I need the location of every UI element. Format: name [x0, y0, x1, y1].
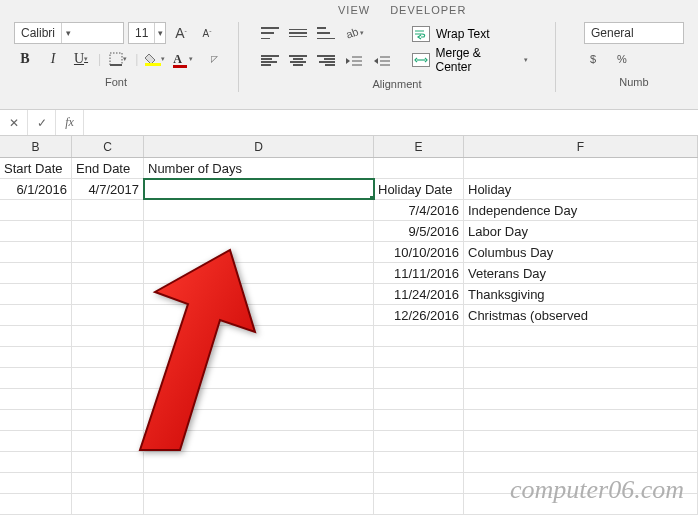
cell[interactable]: Start Date — [0, 158, 72, 178]
font-group-label: Font — [105, 76, 127, 88]
formula-input[interactable] — [84, 110, 698, 135]
font-color-button[interactable]: A ▾ — [172, 48, 194, 70]
italic-button[interactable]: I — [42, 48, 64, 70]
svg-rect-2 — [145, 63, 161, 66]
merge-icon — [412, 53, 430, 67]
cell[interactable]: Veterans Day — [464, 263, 698, 283]
grid-rows: Start Date End Date Number of Days 6/1/2… — [0, 158, 698, 515]
table-row: 11/24/2016 Thanksgiving — [0, 284, 698, 305]
align-left-button[interactable] — [259, 50, 281, 72]
col-header-C[interactable]: C — [72, 136, 144, 157]
bold-button[interactable]: B — [14, 48, 36, 70]
cell[interactable]: Labor Day — [464, 221, 698, 241]
increase-indent-button[interactable] — [371, 50, 393, 72]
underline-button[interactable]: U▾ — [70, 48, 92, 70]
orientation-button[interactable]: ab▾ — [343, 22, 365, 44]
group-divider — [555, 22, 556, 92]
table-row: 7/4/2016 Independence Day — [0, 200, 698, 221]
cell[interactable]: 9/5/2016 — [374, 221, 464, 241]
cell[interactable] — [72, 200, 144, 220]
cell[interactable]: 12/26/2016 — [374, 305, 464, 325]
cell[interactable]: Independence Day — [464, 200, 698, 220]
font-group: Calibri ▾ 11 ▾ Aˆ Aˇ B I — [8, 20, 224, 92]
insert-function-button[interactable]: fx — [56, 110, 84, 135]
table-row: Start Date End Date Number of Days — [0, 158, 698, 179]
align-center-button[interactable] — [287, 50, 309, 72]
cell[interactable]: End Date — [72, 158, 144, 178]
cell[interactable]: 10/10/2016 — [374, 242, 464, 262]
chevron-down-icon: ▾ — [61, 23, 75, 43]
cell[interactable]: 11/24/2016 — [374, 284, 464, 304]
col-header-E[interactable]: E — [374, 136, 464, 157]
alignment-group-label: Alignment — [373, 78, 422, 90]
table-row: 12/26/2016 Christmas (observed — [0, 305, 698, 326]
cell[interactable] — [374, 158, 464, 178]
alignment-group: ab▾ Wrap Text — [253, 20, 541, 92]
fill-color-button[interactable]: ▾ — [144, 48, 166, 70]
font-dialog-launcher-icon[interactable]: ◸ — [211, 54, 218, 64]
ribbon-tabs-partial: VIEW DEVELOPER — [8, 4, 690, 20]
selected-cell[interactable] — [144, 179, 374, 199]
cell[interactable]: 6/1/2016 — [0, 179, 72, 199]
decrease-indent-button[interactable] — [343, 50, 365, 72]
cell[interactable]: Holiday — [464, 179, 698, 199]
wrap-text-button[interactable]: Wrap Text — [405, 22, 535, 46]
number-format-value: General — [585, 26, 640, 40]
cell[interactable]: 7/4/2016 — [374, 200, 464, 220]
decrease-font-button[interactable]: Aˇ — [196, 22, 218, 44]
cell[interactable]: Number of Days — [144, 158, 374, 178]
watermark: computer06.com — [510, 475, 684, 505]
worksheet-grid: B C D E F Start Date End Date Number of … — [0, 136, 698, 515]
cell[interactable] — [464, 158, 698, 178]
svg-text:ab: ab — [344, 25, 360, 40]
group-divider — [238, 22, 239, 92]
align-right-button[interactable] — [315, 50, 337, 72]
cell[interactable] — [0, 200, 72, 220]
border-button[interactable]: ▾ — [107, 48, 129, 70]
col-header-D[interactable]: D — [144, 136, 374, 157]
table-row: 9/5/2016 Labor Day — [0, 221, 698, 242]
accounting-button[interactable]: $ — [584, 48, 606, 70]
cell[interactable]: Holiday Date — [374, 179, 464, 199]
formula-bar: ✕ ✓ fx — [0, 110, 698, 136]
table-row: 6/1/2016 4/7/2017 Holiday Date Holiday — [0, 179, 698, 200]
cell[interactable]: 4/7/2017 — [72, 179, 144, 199]
cell[interactable] — [144, 200, 374, 220]
number-format-combo[interactable]: General — [584, 22, 684, 44]
tab-view[interactable]: VIEW — [338, 4, 370, 16]
svg-text:$: $ — [590, 53, 596, 65]
font-name-value: Calibri — [15, 26, 61, 40]
align-top-button[interactable] — [259, 22, 281, 44]
wrap-text-icon — [412, 26, 430, 42]
cell[interactable]: Christmas (observed — [464, 305, 698, 325]
cell[interactable]: Columbus Day — [464, 242, 698, 262]
enter-formula-button[interactable]: ✓ — [28, 110, 56, 135]
column-headers: B C D E F — [0, 136, 698, 158]
merge-center-label: Merge & Center — [436, 46, 518, 74]
svg-text:%: % — [617, 53, 627, 65]
font-size-combo[interactable]: 11 ▾ — [128, 22, 166, 44]
wrap-text-label: Wrap Text — [436, 27, 490, 41]
align-middle-button[interactable] — [287, 22, 309, 44]
fill-handle[interactable] — [370, 196, 374, 199]
number-group: General $ % Numb — [578, 20, 690, 92]
col-header-F[interactable]: F — [464, 136, 698, 157]
cell[interactable]: Thanksgiving — [464, 284, 698, 304]
table-row: 10/10/2016 Columbus Day — [0, 242, 698, 263]
font-size-value: 11 — [129, 26, 154, 40]
cell[interactable]: 11/11/2016 — [374, 263, 464, 283]
chevron-down-icon: ▾ — [154, 23, 165, 43]
percent-button[interactable]: % — [612, 48, 634, 70]
number-group-label: Numb — [619, 76, 648, 88]
ribbon: VIEW DEVELOPER Calibri ▾ 11 ▾ Aˆ — [0, 0, 698, 110]
col-header-B[interactable]: B — [0, 136, 72, 157]
table-row: 11/11/2016 Veterans Day — [0, 263, 698, 284]
merge-center-button[interactable]: Merge & Center ▾ — [405, 48, 535, 72]
font-name-combo[interactable]: Calibri ▾ — [14, 22, 124, 44]
svg-rect-0 — [110, 53, 122, 65]
tab-developer[interactable]: DEVELOPER — [390, 4, 466, 16]
increase-font-button[interactable]: Aˆ — [170, 22, 192, 44]
cancel-formula-button[interactable]: ✕ — [0, 110, 28, 135]
align-bottom-button[interactable] — [315, 22, 337, 44]
